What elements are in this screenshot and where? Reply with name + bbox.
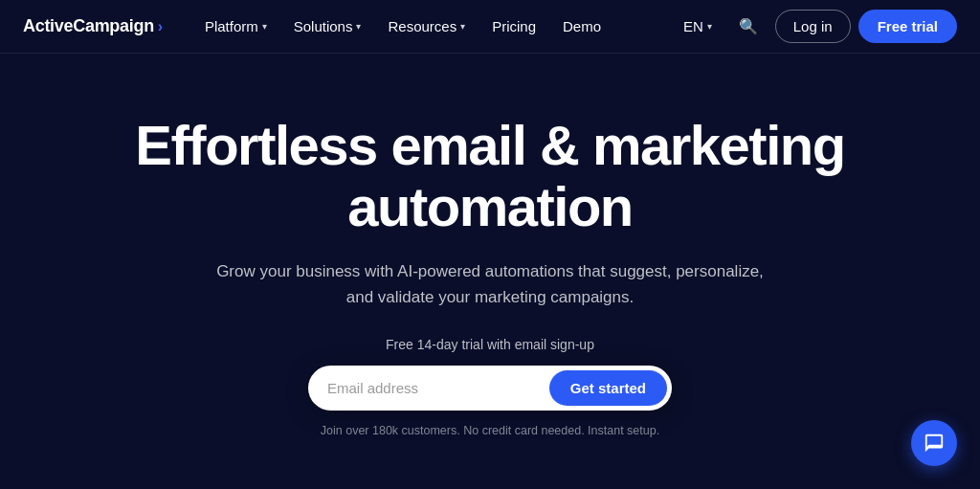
email-input[interactable] [327, 374, 549, 402]
nav-right: EN ▾ 🔍 Log in Free trial [674, 10, 957, 43]
trial-label: Free 14-day trial with email sign-up [386, 337, 594, 352]
nav-resources[interactable]: Resources ▾ [376, 11, 477, 42]
chat-icon [924, 433, 945, 454]
email-form: Get started [308, 366, 672, 411]
search-icon: 🔍 [739, 18, 758, 34]
navbar: ActiveCampaign› Platform ▾ Solutions ▾ R… [0, 0, 980, 54]
get-started-button[interactable]: Get started [549, 370, 667, 406]
social-proof: Join over 180k customers. No credit card… [321, 424, 659, 437]
chevron-down-icon: ▾ [356, 21, 361, 32]
nav-platform[interactable]: Platform ▾ [193, 11, 278, 42]
chevron-down-icon: ▾ [460, 21, 465, 32]
hero-section: Effortless email & marketing automation … [0, 54, 980, 489]
chevron-down-icon: ▾ [262, 21, 267, 32]
search-button[interactable]: 🔍 [729, 10, 768, 43]
logo[interactable]: ActiveCampaign› [23, 16, 163, 36]
free-trial-button[interactable]: Free trial [858, 10, 957, 43]
nav-links: Platform ▾ Solutions ▾ Resources ▾ Prici… [193, 11, 674, 42]
nav-pricing[interactable]: Pricing [480, 11, 547, 42]
hero-title: Effortless email & marketing automation [117, 115, 863, 237]
logo-text: ActiveCampaign [23, 16, 154, 36]
chat-support-button[interactable] [911, 420, 957, 466]
nav-demo[interactable]: Demo [551, 11, 612, 42]
login-button[interactable]: Log in [775, 10, 851, 43]
nav-solutions[interactable]: Solutions ▾ [282, 11, 373, 42]
logo-arrow: › [158, 18, 163, 35]
chevron-down-icon: ▾ [707, 21, 712, 32]
language-selector[interactable]: EN ▾ [674, 11, 722, 42]
hero-subtitle: Grow your business with AI-powered autom… [203, 258, 777, 310]
